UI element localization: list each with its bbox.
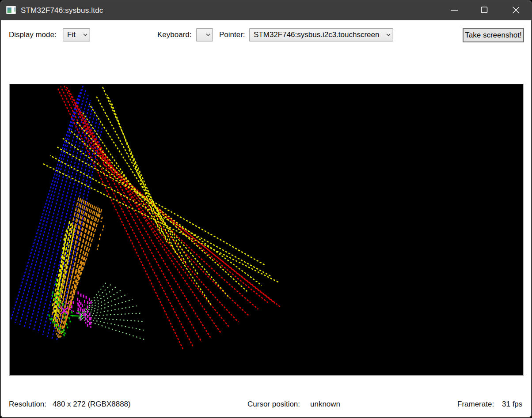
chevron-down-icon	[204, 34, 213, 36]
cursor-position-value: unknown	[310, 399, 340, 409]
resolution-value: 480 x 272 (RGBX8888)	[53, 399, 131, 409]
display-mode-select[interactable]: Fit	[63, 28, 90, 41]
minimize-button[interactable]	[445, 1, 465, 20]
maximize-button[interactable]	[475, 1, 495, 20]
display-mode-value: Fit	[63, 30, 81, 39]
close-icon	[506, 1, 527, 20]
keyboard-label: Keyboard:	[157, 28, 192, 41]
framebuffer-display[interactable]	[9, 84, 524, 375]
framerate-label: Framerate:	[457, 399, 494, 409]
pointer-value: STM32F746:sysbus.i2c3.touchscreen	[250, 30, 384, 39]
framerate-value: 31 fps	[502, 399, 522, 409]
screen: { "window": { "title": "STM32F746:sysbus…	[0, 0, 532, 418]
pointer-select[interactable]: STM32F746:sysbus.i2c3.touchscreen	[249, 28, 393, 41]
maximize-icon	[475, 1, 495, 20]
window-title: STM32F746:sysbus.ltdc	[21, 1, 103, 20]
emulator-window: STM32F746:sysbus.ltdc Display mode: Fit …	[0, 0, 532, 418]
close-button[interactable]	[506, 1, 527, 20]
take-screenshot-button[interactable]: Take screenshot!	[463, 28, 524, 42]
chevron-down-icon	[384, 34, 393, 36]
keyboard-select[interactable]	[196, 28, 213, 41]
display-mode-label: Display mode:	[9, 28, 57, 41]
app-icon	[6, 6, 16, 14]
cursor-position-label: Cursor position:	[247, 399, 300, 409]
resolution-label: Resolution:	[9, 399, 46, 409]
framebuffer-content	[10, 84, 523, 375]
chevron-down-icon	[81, 34, 90, 36]
minimize-icon	[445, 1, 465, 20]
pointer-label: Pointer:	[219, 28, 245, 41]
